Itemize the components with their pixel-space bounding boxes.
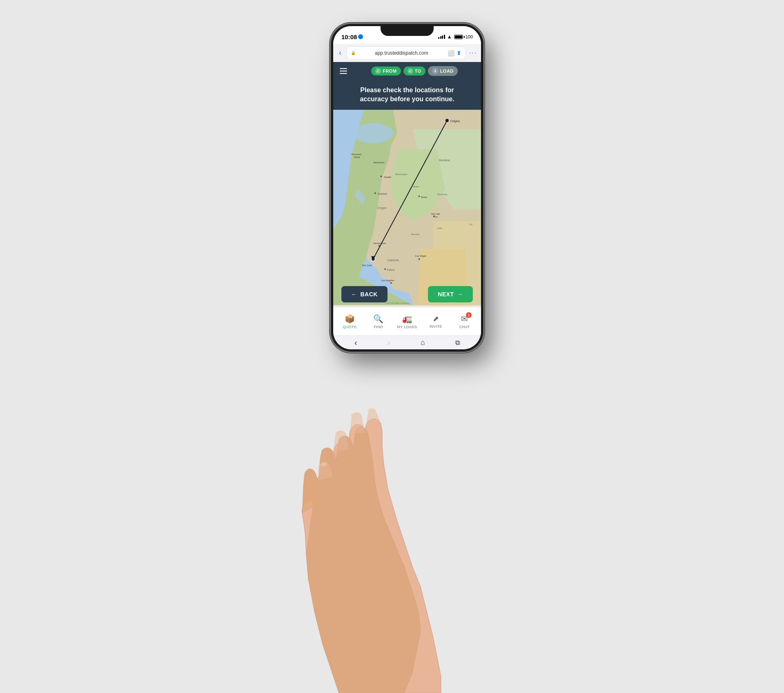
next-button-label: NEXT — [438, 291, 454, 298]
tab-find[interactable]: 🔍 FIND — [364, 311, 392, 332]
phone-notch — [381, 24, 434, 36]
svg-text:Portland: Portland — [378, 193, 387, 195]
browser-forward-history-icon[interactable]: › — [388, 338, 390, 347]
find-icon: 🔍 — [373, 314, 383, 324]
svg-text:Sacramento: Sacramento — [373, 242, 386, 244]
tab-my-loads[interactable]: 🚛 MY LOADS — [393, 311, 421, 332]
svg-text:Salt Lake: Salt Lake — [431, 213, 440, 215]
quote-tab-label: QUOTE — [343, 325, 356, 329]
invite-icon: ⬈ — [433, 314, 439, 323]
scene: 10:08 ▲ 10 — [0, 0, 784, 693]
share-icon[interactable]: ⬆ — [457, 50, 461, 56]
svg-point-40 — [335, 430, 343, 435]
svg-text:Oregon: Oregon — [377, 207, 387, 210]
svg-text:Boise: Boise — [421, 196, 427, 198]
alert-banner: Please check the locations foraccuracy b… — [333, 80, 481, 110]
svg-text:Wyoming: Wyoming — [437, 193, 447, 195]
browser-url-bar[interactable]: 🔒 app.trusteddispatch.com ⬜ ⬆ — [346, 47, 466, 60]
svg-text:Idaho: Idaho — [413, 185, 419, 188]
alert-message: Please check the locations foraccuracy b… — [341, 86, 473, 104]
step-load-label: LOAD — [440, 69, 454, 73]
svg-text:Los Angeles: Los Angeles — [381, 279, 394, 282]
svg-text:Fresno: Fresno — [387, 269, 395, 271]
from-check-icon: ✓ — [375, 68, 381, 74]
battery-level: 100 — [466, 34, 473, 39]
action-buttons-container: ← BACK NEXT → — [333, 286, 481, 302]
step-load[interactable]: 3 LOAD — [428, 66, 458, 76]
map-background: Calgary Vancouver Vancouver Island Seatt… — [333, 108, 481, 307]
svg-point-10 — [374, 192, 376, 194]
svg-text:Nevada: Nevada — [411, 233, 420, 235]
ssl-lock-icon: 🔒 — [351, 51, 356, 55]
svg-point-32 — [390, 282, 392, 284]
progress-steps: ✓ FROM ✓ TO 3 LOAD — [353, 66, 476, 76]
hamburger-menu-button[interactable] — [338, 65, 350, 77]
browser-back-button[interactable]: ‹ — [337, 47, 343, 59]
map-svg: Calgary Vancouver Vancouver Island Seatt… — [333, 108, 481, 307]
svg-point-28 — [384, 268, 386, 270]
svg-text:Co...: Co... — [469, 223, 474, 226]
back-arrow-icon: ← — [351, 291, 357, 298]
find-tab-label: FIND — [374, 325, 383, 329]
svg-text:Montana: Montana — [439, 159, 450, 162]
step-to-label: TO — [415, 69, 421, 73]
navigation-indicator — [358, 34, 363, 39]
my-loads-tab-label: MY LOADS — [397, 325, 417, 329]
svg-text:Vancouver: Vancouver — [351, 153, 362, 155]
svg-text:© OpenStreetMap contributors.: © OpenStreetMap contributors. — [385, 302, 410, 304]
wifi-icon: ▲ — [447, 34, 452, 40]
to-check-icon: ✓ — [408, 68, 413, 74]
my-loads-icon: 🚛 — [402, 314, 412, 324]
browser-system-controls: ‹ › ⌂ ⧉ — [333, 335, 481, 349]
bottom-tab-bar: 📦 QUOTE 🔍 FIND 🚛 MY LOADS ⬈ INVITE ✉ — [333, 307, 481, 335]
svg-text:Utah: Utah — [437, 227, 442, 229]
invite-tab-label: INVITE — [430, 324, 442, 329]
svg-text:California: California — [387, 259, 399, 262]
hand-illustration — [249, 366, 535, 693]
phone-screen: 10:08 ▲ 10 — [333, 26, 481, 349]
phone-device: 10:08 ▲ 10 — [332, 24, 483, 351]
svg-point-14 — [418, 195, 420, 197]
bookmark-icon[interactable]: ⬜ — [448, 50, 454, 56]
svg-text:Calgary: Calgary — [450, 120, 460, 123]
svg-point-38 — [368, 408, 376, 413]
svg-point-30 — [418, 258, 420, 260]
tab-invite[interactable]: ⬈ INVITE — [421, 311, 450, 332]
time-display: 10:08 — [341, 33, 357, 40]
svg-text:Island: Island — [354, 156, 360, 158]
signal-strength-icon — [438, 35, 445, 39]
chat-badge: 1 — [466, 312, 472, 318]
svg-text:San Jose: San Jose — [362, 264, 372, 267]
app-nav-bar: ✓ FROM ✓ TO 3 LOAD — [333, 62, 481, 80]
back-button-label: BACK — [361, 291, 378, 298]
svg-text:Washington: Washington — [395, 173, 408, 175]
map-area[interactable]: Calgary Vancouver Vancouver Island Seatt… — [333, 108, 481, 307]
svg-point-39 — [350, 413, 358, 418]
step-to[interactable]: ✓ TO — [403, 67, 425, 76]
load-step-number: 3 — [432, 68, 439, 74]
browser-home-icon[interactable]: ⌂ — [421, 338, 425, 347]
step-from[interactable]: ✓ FROM — [371, 67, 401, 76]
chat-tab-label: CHAT — [459, 325, 470, 329]
browser-back-history-icon[interactable]: ‹ — [354, 338, 357, 347]
svg-text:City: City — [434, 215, 438, 218]
tab-chat[interactable]: ✉ 1 CHAT — [450, 311, 479, 332]
svg-point-7 — [380, 175, 382, 177]
hand-svg — [249, 366, 535, 693]
svg-point-41 — [320, 462, 327, 467]
back-button[interactable]: ← BACK — [341, 286, 388, 302]
svg-text:Seattle: Seattle — [384, 176, 391, 178]
browser-tabs-icon[interactable]: ⧉ — [455, 339, 460, 346]
status-time: 10:08 — [341, 33, 363, 40]
quote-icon: 📦 — [345, 314, 355, 324]
svg-text:Vancouver: Vancouver — [373, 161, 385, 164]
more-options-icon[interactable]: ··· — [469, 49, 477, 57]
next-arrow-icon: → — [457, 291, 463, 298]
url-display: app.trusteddispatch.com — [358, 50, 445, 56]
battery-indicator: 100 — [454, 34, 473, 39]
next-button[interactable]: NEXT → — [428, 286, 473, 302]
svg-text:Las Vegas: Las Vegas — [415, 255, 426, 257]
svg-point-1 — [353, 123, 393, 143]
tab-quote[interactable]: 📦 QUOTE — [335, 311, 364, 332]
step-from-label: FROM — [383, 69, 396, 73]
